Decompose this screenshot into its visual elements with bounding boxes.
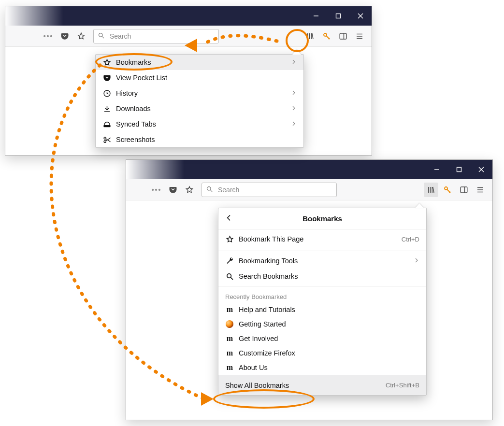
menu-item-label: About Us [239,364,268,371]
clock-icon [102,89,111,98]
chevron-right-icon [291,120,297,128]
library-menu-item[interactable]: Synced Tabs [96,116,303,132]
library-menu-item[interactable]: Bookmarks [96,55,303,70]
recent-bookmark-item[interactable]: mCustomize Firefox [218,346,426,360]
recent-bookmark-item[interactable]: mHelp and Tutorials [218,302,426,317]
bookmarks-menu-title: Bookmarks [302,214,342,223]
bookmarks-menu: Bookmarks Bookmark This Page Ctrl+D Book… [218,208,427,396]
bookmarks-menu-header: Bookmarks [218,208,426,229]
search-box[interactable] [93,29,219,43]
chevron-right-icon [291,105,297,113]
shortcut-label: Ctrl+D [402,236,419,243]
library-menu: BookmarksView Pocket ListHistoryDownload… [95,54,304,148]
mozilla-m-icon: m [225,305,234,314]
svg-line-5 [102,36,104,38]
sidebar-icon[interactable] [336,29,350,43]
arrowhead-1 [185,39,197,52]
star-outline-icon [225,235,234,243]
svg-rect-10 [103,125,110,127]
svg-rect-14 [457,168,461,172]
menu-item-label: View Pocket List [116,74,167,82]
menu-divider [218,286,426,286]
search-icon [206,185,213,194]
recent-bookmark-item[interactable]: Getting Started [218,317,426,331]
svg-point-22 [227,273,231,278]
library-menu-item[interactable]: Downloads [96,101,303,116]
chevron-right-icon [291,89,297,97]
page-actions-icon[interactable]: ••• [149,183,164,197]
mozilla-m-icon: m [225,363,234,372]
bookmarking-tools-item[interactable]: Bookmarking Tools [218,253,426,269]
minimize-button[interactable] [305,6,327,26]
arrowhead-2 [201,392,214,406]
sidebar-icon[interactable] [457,183,471,197]
bookmark-this-page-item[interactable]: Bookmark This Page Ctrl+D [218,229,426,249]
logins-key-icon[interactable] [319,29,334,43]
show-all-bookmarks-item[interactable]: Show All Bookmarks Ctrl+Shift+B [218,375,426,395]
library-icon[interactable] [424,183,438,197]
search-input[interactable] [217,185,303,194]
scissors-icon [102,135,111,144]
menu-item-label: History [116,89,138,97]
maximize-button[interactable] [327,6,349,26]
firefox-icon [225,320,234,328]
minimize-button[interactable] [426,160,448,179]
menu-item-label: Customize Firefox [239,349,295,357]
hamburger-menu-icon[interactable] [473,183,488,197]
close-button[interactable] [349,6,372,26]
recent-bookmark-item[interactable]: mAbout Us [218,360,426,375]
toolbar: ••• [126,179,492,200]
menu-pointer-arrow [292,50,301,55]
library-icon[interactable] [303,29,317,43]
menu-divider [218,251,426,251]
titlebar-fade [5,6,63,26]
menu-item-label: Synced Tabs [116,120,156,128]
svg-point-6 [324,33,327,36]
pocket-icon[interactable] [166,183,180,197]
library-menu-item[interactable]: Screenshots [96,132,303,147]
svg-line-18 [210,190,212,192]
search-bookmarks-item[interactable]: Search Bookmarks [218,269,426,284]
svg-point-19 [445,187,447,190]
hamburger-menu-icon[interactable] [352,29,367,43]
menu-item-label: Show All Bookmarks [225,382,289,389]
chevron-right-icon [291,58,297,66]
download-icon [102,104,111,113]
menu-item-label: Bookmarks [116,58,151,66]
svg-point-4 [99,33,103,37]
page-actions-icon[interactable]: ••• [41,29,56,43]
library-menu-item[interactable]: History [96,85,303,101]
search-box[interactable] [202,183,337,197]
wrench-icon [225,256,234,265]
menu-item-label: Bookmarking Tools [239,257,298,265]
pocket-icon [102,73,111,82]
recent-bookmark-item[interactable]: mGet Involved [218,331,426,346]
star-outline-icon [102,58,111,67]
maximize-button[interactable] [448,160,470,179]
menu-item-label: Get Involved [239,335,278,342]
titlebar-fade [126,160,184,179]
mozilla-m-icon: m [225,349,234,357]
search-icon [225,272,234,281]
menu-item-label: Downloads [116,105,151,113]
shortcut-label: Ctrl+Shift+B [386,382,419,389]
star-icon[interactable] [74,29,88,43]
menu-item-label: Getting Started [239,320,286,328]
star-icon[interactable] [182,183,197,197]
svg-rect-20 [461,187,467,193]
svg-point-17 [207,186,211,190]
pocket-icon[interactable] [58,29,72,43]
svg-rect-1 [336,14,341,18]
logins-key-icon[interactable] [440,183,455,197]
menu-item-label: Help and Tutorials [239,306,295,313]
menu-item-label: Screenshots [116,136,155,143]
search-input[interactable] [109,32,195,41]
chevron-right-icon [414,257,419,265]
svg-rect-7 [340,33,346,39]
library-menu-item[interactable]: View Pocket List [96,70,303,85]
back-icon[interactable] [225,214,233,223]
browser-window-1: ••• BookmarksView Pocket ListHisto [5,6,372,156]
close-button[interactable] [470,160,492,179]
synced-tabs-icon [102,120,111,128]
menu-item-label: Bookmark This Page [239,235,303,243]
